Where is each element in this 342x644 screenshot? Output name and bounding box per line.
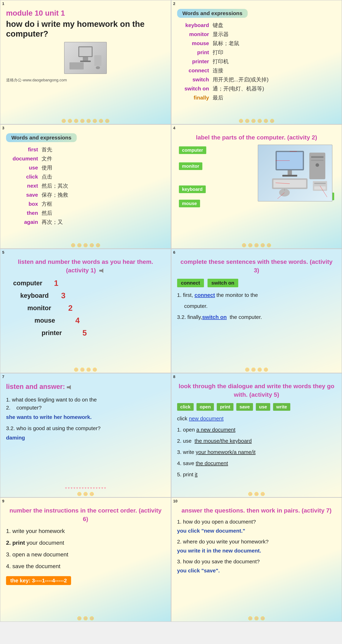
cell-6-title: complete these sentences with these word… [177,258,336,274]
word-number-list: computer 1 keyboard 3 monitor 2 mouse 4 … [6,279,165,337]
daisy-decoration-7: 🌼🌼🌼 [0,492,171,496]
vocab-table-2: keyboard 键盘 monitor 显示器 mouse 鼠标；老鼠 prin… [177,22,336,102]
cell-10-title: answer the questions. then work in pairs… [177,506,336,515]
fill-3: 3. write your homework/a name/it [177,448,336,456]
chip-use: use [256,403,270,411]
daisy-decoration-4: 🌼🌼🌼🌼🌼 [172,243,342,248]
vocab-row: document 文件 [6,155,165,162]
heart-decoration: ♥ ♥ ♥ ♥ ♥ ♥ ♥ ♥ ♥ ♥ ♥ ♥ ♥ ♥ ♥ [0,486,171,490]
vocab-row: switch 用开关把...开启(或关掉) [177,76,336,83]
module-title: module 10 unit 1 [6,9,165,18]
cell-10: 10 answer the questions. then work in pa… [171,498,342,622]
question-10-1: 1. how do you open a document? [177,518,336,526]
label-keyboard: keyboard [179,186,206,193]
website-text: 道格办公-www.daogebangong.com [6,78,165,83]
svg-rect-14 [311,156,324,158]
vocab-row: mouse 鼠标；老鼠 [177,40,336,47]
cell-3: 3 Words and expressions first 首先 documen… [0,124,171,249]
chip-save: save [236,403,253,411]
cell-1-number: 1 [2,2,4,6]
vocab-row: printer 打印机 [177,58,336,65]
cell-5: 5 listen and number the words as you hea… [0,249,171,373]
cell-8-title: look through the dialogue and write the … [177,382,336,399]
cell-4-title: label the parts of the computer. (activi… [177,133,336,142]
lesson-title: how do i write my homework on the comput… [6,19,165,39]
list-item: 1. write your homework [6,527,165,535]
main-grid: 1 module 10 unit 1 how do i write my hom… [0,0,342,622]
svg-rect-3 [80,60,91,62]
svg-rect-2 [83,57,88,60]
word-chips-row-8: click open print save use write [177,403,336,411]
diagram-image [258,144,332,202]
cell-9: 9 number the instructions in the correct… [0,498,171,622]
svg-rect-4 [70,62,84,70]
list-item: 3. open a new document [6,550,165,559]
cell-7-title: listen and answer: [6,382,165,391]
vocab-row: finally 最后 [177,94,336,102]
cell-8: 8 look through the dialogue and write th… [171,373,342,498]
sentence-1: 1. first, connect the monitor to the [177,291,336,299]
vocab-row: print 打印 [177,49,336,56]
label-mouse: mouse [179,200,200,207]
cell-2-number: 2 [173,2,175,6]
list-item: 4. save the document [6,562,165,570]
vocab-table-3: first 首先 document 文件 use 使用 click 点击 nex… [6,146,165,226]
svg-point-6 [96,66,100,69]
svg-rect-5 [94,55,102,66]
vocab-row: connect 连接 [177,67,336,74]
cell-5-title: listen and number the words as you hear … [6,258,165,274]
vocab-row: use 使用 [6,164,165,172]
svg-point-16 [316,163,319,167]
instruction-list: 1. write your homework 2. print your doc… [6,527,165,570]
answer-10-2: you write it in the new document. [177,547,336,555]
speaker-icon-7 [67,385,72,390]
vocab-row: monitor 显示器 [177,31,336,38]
sentence-2: computer. [177,302,336,310]
vocab-row: save 保存；挽救 [6,191,165,198]
cell-9-number: 9 [2,499,4,504]
vocab-row: switch on 通；开(电灯、机器等) [177,85,336,92]
svg-rect-21 [314,186,326,190]
cell-7-number: 7 [2,374,4,379]
svg-rect-1 [79,47,92,56]
fill-4: 4. save the document [177,459,336,468]
cell-1: 1 module 10 unit 1 how do i write my hom… [0,0,171,124]
chip-switch-on: switch on [208,279,238,287]
label-monitor: monitor [179,162,202,170]
chip-print: print [217,403,234,411]
cell-6: 6 complete these sentences with these wo… [171,249,342,373]
daisy-decoration-3: 🌼🌼🌼🌼🌼 [0,243,171,248]
answer-2: daming [6,434,165,442]
vocab-row: next 然后；其次 [6,182,165,190]
cell-7: 7 listen and answer: 1. what does lingli… [0,373,171,498]
question-1: 1. what does lingling want to do on the2… [6,396,165,412]
list-item: mouse 4 [6,316,165,325]
vocab-row: keyboard 键盘 [177,22,336,29]
vocab-header-2: Words and expressions [177,9,248,18]
cell-3-number: 3 [2,126,4,130]
question-10-2: 2. where do you write your homework? [177,538,336,546]
cell-2: 2 Words and expressions keyboard 键盘 moni… [171,0,342,124]
click-example: click new document [177,414,336,423]
answer-10-3: you click "save". [177,566,336,574]
chip-write: write [273,403,290,411]
cell-9-title: number the instructions in the correct o… [6,506,165,523]
svg-rect-10 [282,175,297,176]
qa-list-10: 1. how do you open a document? you click… [177,518,336,574]
cell-8-number: 8 [173,374,175,379]
list-item: monitor 2 [6,304,165,312]
svg-rect-9 [288,170,292,175]
daisy-decoration-9: 🌼🌼🌼 [0,616,171,621]
list-item: printer 5 [6,328,165,337]
speaker-icon [99,268,105,273]
list-item: keyboard 3 [6,291,165,300]
list-item: computer 1 [6,279,165,288]
daisy-decoration-5: 🌼🌼🌼🌼 [0,368,171,372]
vocab-row: again 再次；又 [6,218,165,226]
svg-rect-20 [314,183,326,184]
chip-open: open [196,403,214,411]
chip-click: click [177,403,194,411]
label-computer: computer [179,146,206,154]
vocab-header-3: Words and expressions [6,133,77,142]
vocab-row: click 点击 [6,173,165,180]
